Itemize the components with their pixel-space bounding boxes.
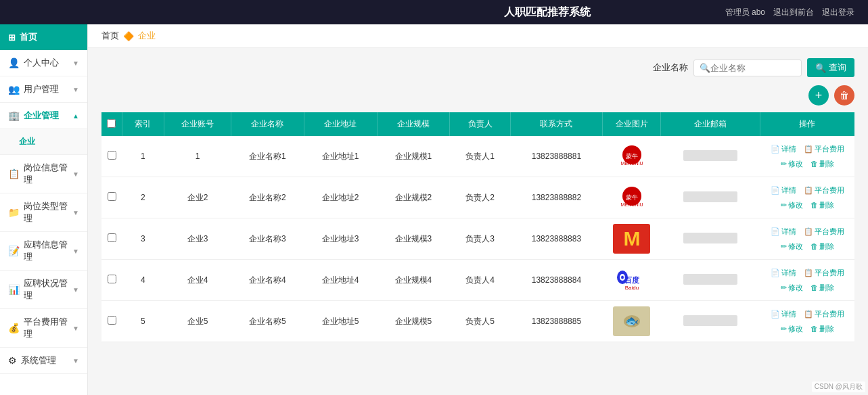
row-checkbox[interactable]: [108, 275, 116, 283]
enterprise-table: 索引 企业账号 企业名称 企业地址 企业规模 负责人 联系方式 企业图片 企业邮…: [101, 112, 854, 342]
row-account: 企业4: [164, 260, 231, 301]
platform-fee-button[interactable]: 📋平台费用: [801, 308, 847, 321]
row-ops: 📄详情 📋平台费用 ✏修改 🗑删除: [760, 301, 854, 342]
person-icon: 👤: [8, 57, 20, 68]
edit-icon: ✏: [781, 201, 787, 210]
row-phone: 13823888883: [510, 218, 602, 260]
page-content: 企业名称 🔍 🔍 查询 + 🗑: [88, 48, 868, 395]
row-address: 企业地址2: [304, 177, 377, 218]
batch-delete-button[interactable]: 🗑: [834, 85, 854, 106]
fee-icon: 📋: [804, 310, 813, 319]
platform-fee-button[interactable]: 📋平台费用: [801, 225, 847, 238]
platform-fee-button[interactable]: 📋平台费用: [801, 184, 847, 197]
logout-button[interactable]: 退出登录: [822, 7, 854, 18]
sidebar-item-post-management[interactable]: 📋 岗位信息管理 ▼: [0, 155, 87, 193]
detail-button[interactable]: 📄详情: [768, 266, 799, 279]
email-hidden: [683, 274, 737, 285]
row-checkbox[interactable]: [108, 233, 116, 242]
breadcrumb-separator: 🔶: [123, 31, 134, 41]
user-label: 管理员 abo: [725, 7, 765, 18]
detail-button[interactable]: 📄详情: [768, 308, 799, 321]
row-phone: 13823888882: [510, 177, 602, 218]
chevron-down-icon7: ▼: [72, 325, 79, 332]
sidebar-item-personal-center[interactable]: 👤 个人中心 ▼: [0, 50, 87, 76]
main-layout: ⊞ 首页 👤 个人中心 ▼ 👥 用户管理 ▼ 🏢 企业管理 ▲ 企业 📋 岗位信…: [0, 24, 868, 395]
row-name: 企业名称4: [231, 260, 304, 301]
row-scale: 企业规模4: [377, 260, 450, 301]
sidebar-item-user-management[interactable]: 👥 用户管理 ▼: [0, 76, 87, 103]
row-email: [661, 218, 760, 260]
delete-button[interactable]: 🗑删除: [808, 240, 837, 253]
chevron-down-icon8: ▼: [72, 357, 79, 365]
row-account: 1: [164, 136, 231, 177]
sidebar-fee-label: 平台费用管理: [24, 316, 72, 340]
th-checkbox: [101, 112, 122, 136]
svg-text:蒙牛: 蒙牛: [626, 153, 638, 160]
user-actions: 管理员 abo 退出到前台 退出登录: [725, 7, 854, 18]
sidebar-item-system-management[interactable]: ⚙ 系统管理 ▼: [0, 348, 87, 374]
sidebar-home-label: 首页: [20, 31, 37, 43]
row-name: 企业名称5: [231, 301, 304, 342]
detail-button[interactable]: 📄详情: [768, 143, 799, 156]
edit-button[interactable]: ✏修改: [778, 323, 806, 335]
trash-icon: 🗑: [810, 283, 818, 292]
select-all-checkbox[interactable]: [107, 119, 116, 128]
svg-text:🐟: 🐟: [625, 315, 639, 327]
gear-icon: ⚙: [8, 355, 17, 366]
row-name: 企业名称3: [231, 218, 304, 260]
edit-button[interactable]: ✏修改: [778, 240, 806, 253]
edit-button[interactable]: ✏修改: [778, 281, 806, 294]
svg-text:MENGNIU: MENGNIU: [620, 202, 643, 207]
row-name: 企业名称1: [231, 136, 304, 177]
delete-button[interactable]: 🗑删除: [808, 158, 837, 170]
edit-button[interactable]: ✏修改: [778, 158, 806, 170]
search-input[interactable]: [710, 63, 792, 73]
sidebar-item-enterprise-management[interactable]: 🏢 企业管理 ▲: [0, 103, 87, 129]
row-account: 企业2: [164, 177, 231, 218]
row-scale: 企业规模5: [377, 301, 450, 342]
table-row: 5 企业5 企业名称5 企业地址5 企业规模5 负责人5 13823888885…: [101, 301, 854, 342]
delete-button[interactable]: 🗑删除: [808, 199, 837, 212]
sidebar-item-platform-fee[interactable]: 💰 平台费用管理 ▼: [0, 309, 87, 348]
breadcrumb-home[interactable]: 首页: [101, 30, 119, 42]
sidebar-item-home[interactable]: ⊞ 首页: [0, 24, 87, 50]
svg-text:蒙牛: 蒙牛: [626, 194, 638, 201]
detail-button[interactable]: 📄详情: [768, 225, 799, 238]
trash-icon: 🗑: [810, 201, 818, 209]
post-icon: 📋: [8, 168, 20, 179]
row-checkbox[interactable]: [108, 192, 116, 201]
action-buttons: + 🗑: [101, 85, 854, 106]
sidebar-item-enterprise-sub[interactable]: 企业: [0, 129, 87, 155]
sidebar-personal-label: 个人中心: [24, 57, 59, 69]
folder-icon: 📁: [8, 207, 20, 218]
row-checkbox[interactable]: [108, 151, 116, 160]
edit-icon: ✏: [781, 160, 787, 168]
svg-text:MENGNIU: MENGNIU: [620, 161, 643, 166]
th-manager: 负责人: [450, 112, 510, 136]
delete-button[interactable]: 🗑删除: [808, 281, 837, 294]
detail-button[interactable]: 📄详情: [768, 184, 799, 197]
home-icon: ⊞: [8, 32, 16, 43]
platform-fee-button[interactable]: 📋平台费用: [801, 143, 847, 156]
delete-button[interactable]: 🗑删除: [808, 323, 837, 335]
fee-icon: 📋: [804, 269, 813, 277]
sidebar-enterprise-sub-label: 企业: [19, 136, 35, 147]
sidebar-item-post-type[interactable]: 📁 岗位类型管理 ▼: [0, 193, 87, 232]
search-button[interactable]: 🔍 查询: [807, 58, 854, 77]
platform-fee-button[interactable]: 📋平台费用: [801, 266, 847, 279]
svg-text:M: M: [623, 227, 640, 250]
edit-button[interactable]: ✏修改: [778, 199, 806, 212]
back-to-front-button[interactable]: 退出到前台: [773, 7, 814, 18]
row-checkbox[interactable]: [108, 316, 116, 325]
content-area: 首页 🔶 企业 企业名称 🔍 🔍 查询 +: [88, 24, 868, 395]
search-input-wrap: 🔍: [693, 60, 802, 76]
sidebar-user-label: 用户管理: [24, 83, 59, 95]
fee-icon: 📋: [804, 186, 813, 195]
doc-icon: 📄: [771, 145, 780, 154]
sidebar-item-recruitment-info[interactable]: 📝 应聘信息管理 ▼: [0, 232, 87, 271]
search-icon: 🔍: [700, 63, 710, 73]
row-logo: 蒙牛 MENGNIU: [603, 136, 661, 177]
add-button[interactable]: +: [808, 85, 829, 106]
sidebar-item-recruitment-status[interactable]: 📊 应聘状况管理 ▼: [0, 271, 87, 309]
row-email: [661, 260, 760, 301]
